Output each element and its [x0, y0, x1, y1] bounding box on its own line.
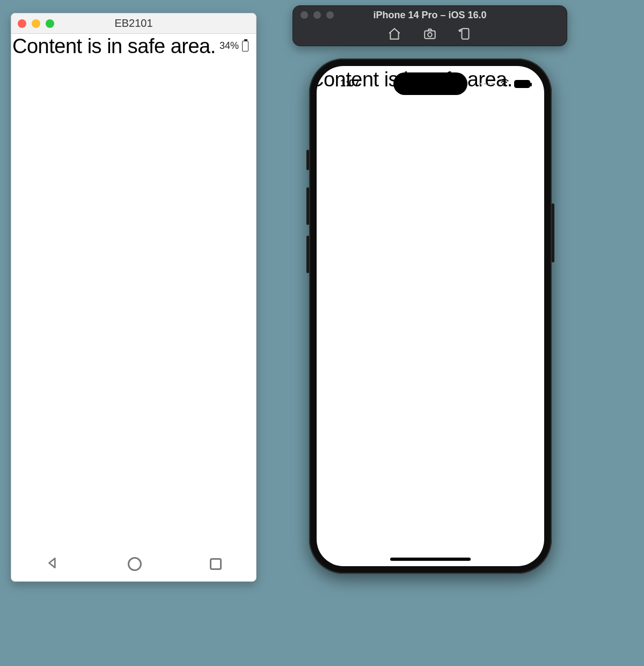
ios-toolbar-header: iPhone 14 Pro – iOS 16.0 — [293, 6, 567, 24]
screenshot-icon[interactable] — [423, 27, 437, 43]
home-icon[interactable] — [387, 27, 401, 43]
android-window-title: EB2101 — [11, 17, 256, 30]
app-content-text: Content is in safe area. — [12, 35, 216, 58]
android-titlebar: EB2101 — [11, 13, 256, 34]
mute-switch — [306, 150, 309, 170]
svg-point-3 — [503, 85, 505, 86]
nav-home-button[interactable] — [128, 557, 142, 571]
battery-icon — [242, 41, 248, 52]
android-emulator-window: EB2101 Content is in safe area. 34% — [11, 13, 257, 582]
ios-statusbar-right — [480, 77, 530, 91]
iphone-screen[interactable]: Content is in safe area. 1:07 — [317, 66, 544, 566]
android-statusbar: 34% — [219, 40, 248, 52]
volume-down-button — [306, 236, 309, 273]
android-screen[interactable]: Content is in safe area. 34% — [11, 34, 256, 581]
dynamic-island — [393, 72, 467, 95]
volume-up-button — [306, 187, 309, 225]
power-button — [552, 203, 554, 262]
battery-percentage: 34% — [219, 40, 239, 52]
svg-rect-2 — [462, 28, 469, 39]
nav-recent-button[interactable] — [210, 558, 222, 570]
rotate-icon[interactable] — [458, 27, 472, 43]
ios-toolbar-actions — [293, 24, 567, 46]
nav-back-button[interactable] — [46, 556, 60, 572]
home-indicator[interactable] — [390, 558, 471, 561]
status-time: 1:07 — [340, 78, 360, 89]
cellular-signal-icon — [480, 83, 494, 85]
android-navbar — [11, 552, 256, 576]
battery-icon — [514, 80, 530, 88]
wifi-icon — [498, 77, 510, 91]
ios-simulator-toolbar: iPhone 14 Pro – iOS 16.0 — [292, 5, 567, 46]
ios-toolbar-title: iPhone 14 Pro – iOS 16.0 — [293, 10, 567, 21]
iphone-device-frame: Content is in safe area. 1:07 — [309, 58, 552, 574]
svg-rect-0 — [425, 31, 435, 39]
svg-point-1 — [428, 33, 432, 37]
